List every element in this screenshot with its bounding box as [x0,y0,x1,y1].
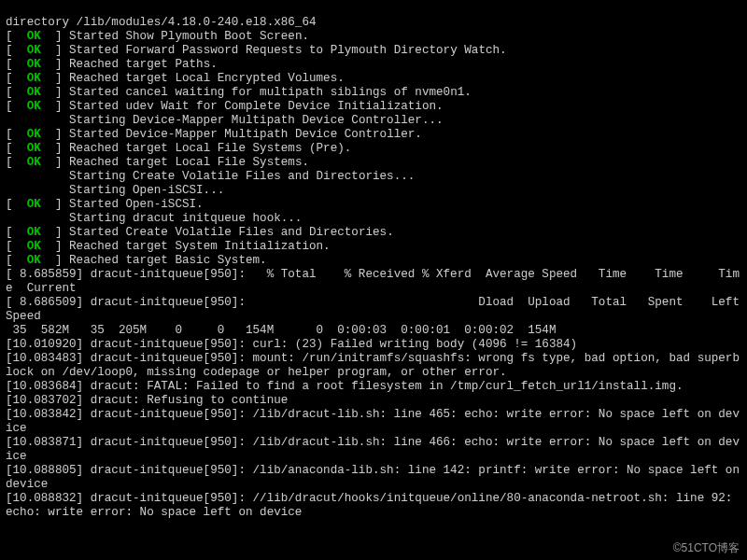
boot-console: directory /lib/modules/4.18.0-240.el8.x8… [0,12,747,560]
watermark: ©51CTO博客 [673,540,740,556]
